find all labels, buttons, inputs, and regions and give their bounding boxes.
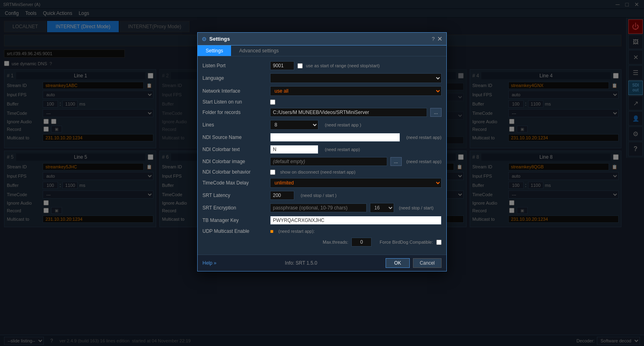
listen-port-range-cb[interactable] [297,63,303,68]
ndi-colorbar-text-input[interactable] [270,145,318,154]
folder-records-browse-btn[interactable]: ... [430,108,442,117]
udp-multicast-label: UDP Multicast Enable [202,228,267,234]
network-interface-label: Network Interface [202,88,267,94]
ndi-colorbar-img-label: NDI Colorbar image [202,159,267,164]
ndi-source-note: (need restart app) [407,135,442,140]
dialog-close-button[interactable]: ✕ [437,35,442,43]
network-interface-select[interactable]: use all [270,86,442,96]
listen-port-label: Listen Port [202,63,267,68]
dialog-title-text: Settings [209,36,429,42]
dialog-tab-settings[interactable]: Settings [198,46,231,56]
start-listen-label: Start Listen on run [202,99,267,105]
lines-note: (need restart app ) [325,122,361,127]
max-threads-input[interactable] [351,238,372,247]
dialog-ok-button[interactable]: OK [386,258,409,268]
force-birddog-label: Force BirdDog Compatible: [380,240,433,244]
force-birddog-cb[interactable] [436,240,442,245]
dialog-titlebar: ⚙ Settings ? ✕ [198,33,446,46]
dialog-body: Listen Port use as start of range (need … [198,56,446,255]
listen-port-field: Listen Port use as start of range (need … [202,61,442,70]
ndi-source-field: NDI Source Name (need restart app) [202,133,442,142]
ndi-colorbar-behavior-note: show on disconnect (need restart app) [280,170,355,174]
lines-field: Lines 8 (need restart app ) [202,120,442,130]
srt-encryption-note: (need stop / start) [399,205,433,210]
listen-port-input[interactable] [270,61,294,70]
max-threads-field: Max.threads: Force BirdDog Compatible: [202,238,442,247]
folder-records-input[interactable] [270,108,427,117]
language-select[interactable] [270,73,442,83]
lines-label: Lines [202,122,267,128]
folder-records-label: Folder for records [202,110,267,115]
listen-port-note: use as start of range (need stop/start) [306,63,380,68]
ndi-source-label: NDI Source Name [202,135,267,140]
network-interface-field: Network Interface use all [202,86,442,96]
language-field: Language [202,73,442,83]
dialog-tabs: Settings Advanced settings [198,46,446,56]
ndi-colorbar-behavior-label: NDI Colorbar behavior [202,169,267,175]
tb-manager-key-field: TB Manager Key [202,216,442,225]
timecode-delay-label: TimeCode Max Delay [202,180,267,186]
udp-multicast-field: UDP Multicast Enable ■ (need restart app… [202,228,442,234]
ndi-colorbar-img-input[interactable] [270,157,387,166]
ndi-colorbar-img-field: NDI Colorbar image ... (need restart app… [202,157,442,166]
dialog-cancel-button[interactable]: Cancel [413,258,442,268]
ndi-colorbar-img-browse-btn[interactable]: ... [390,157,402,166]
srt-encrypt-bits-select[interactable]: 16 [370,203,394,213]
udp-color-indicator: ■ [270,228,273,234]
srt-latency-field: SRT Latency (need stop / start ) [202,191,442,200]
dialog-tab-advanced[interactable]: Advanced settings [231,46,287,56]
srt-encryption-field: SRT Encryption 16 (need stop / start) [202,203,442,213]
dialog-help-btn[interactable]: ? [432,36,435,42]
ndi-colorbar-behavior-field: NDI Colorbar behavior show on disconnect… [202,169,442,175]
folder-records-field: Folder for records ... [202,108,442,117]
language-label: Language [202,75,267,81]
ndi-colorbar-text-label: NDI Colorbar text [202,147,267,152]
start-listen-cb[interactable] [270,99,275,105]
udp-multicast-note: (need restart app): [278,229,315,234]
timecode-delay-field: TimeCode Max Delay unlimited [202,178,442,188]
srt-encryption-label: SRT Encryption [202,205,267,211]
srt-passphrase-input[interactable] [270,203,367,212]
ndi-source-input[interactable] [270,133,400,142]
dialog-footer: Help » Info: SRT 1.5.0 OK Cancel [198,255,446,271]
lines-select[interactable]: 8 [270,120,318,130]
dialog-help-link[interactable]: Help » [202,260,217,266]
dialog-info-text: Info: SRT 1.5.0 [285,260,317,266]
srt-latency-note: (need stop / start ) [301,193,336,198]
srt-latency-label: SRT Latency [202,193,267,198]
ndi-colorbar-text-field: NDI Colorbar text (need restart app) [202,145,442,154]
dialog-overlay: ⚙ Settings ? ✕ Settings Advanced setting… [0,0,644,346]
ndi-colorbar-img-note: (need restart app) [407,159,442,164]
settings-dialog: ⚙ Settings ? ✕ Settings Advanced setting… [197,32,447,271]
srt-latency-input[interactable] [270,191,294,200]
max-threads-label: Max.threads: [323,240,349,244]
tb-manager-key-label: TB Manager Key [202,218,267,223]
dialog-settings-icon: ⚙ [202,36,207,42]
ndi-colorbar-text-note: (need restart app) [325,147,360,152]
tb-manager-key-input[interactable] [270,216,442,225]
start-listen-field: Start Listen on run [202,99,442,105]
timecode-delay-select[interactable]: unlimited [270,178,442,188]
ndi-colorbar-behavior-cb[interactable] [270,170,275,175]
